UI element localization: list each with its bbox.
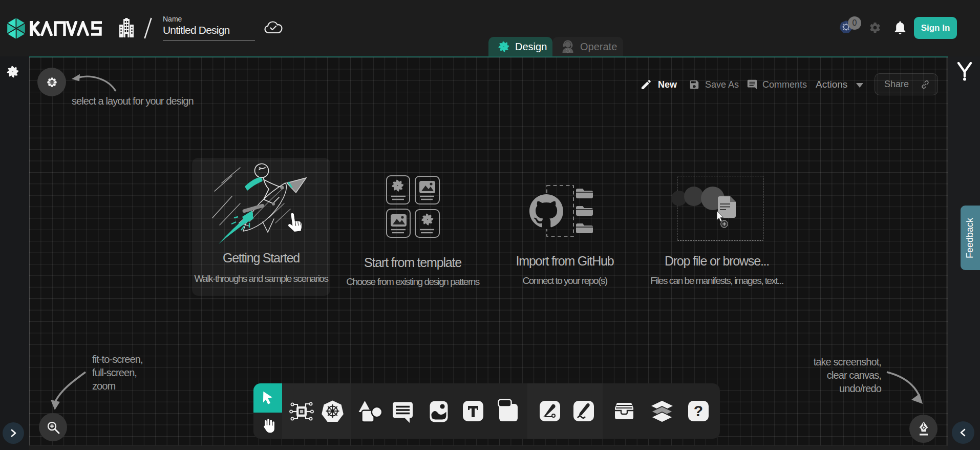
svg-text:?: ? <box>694 402 703 419</box>
